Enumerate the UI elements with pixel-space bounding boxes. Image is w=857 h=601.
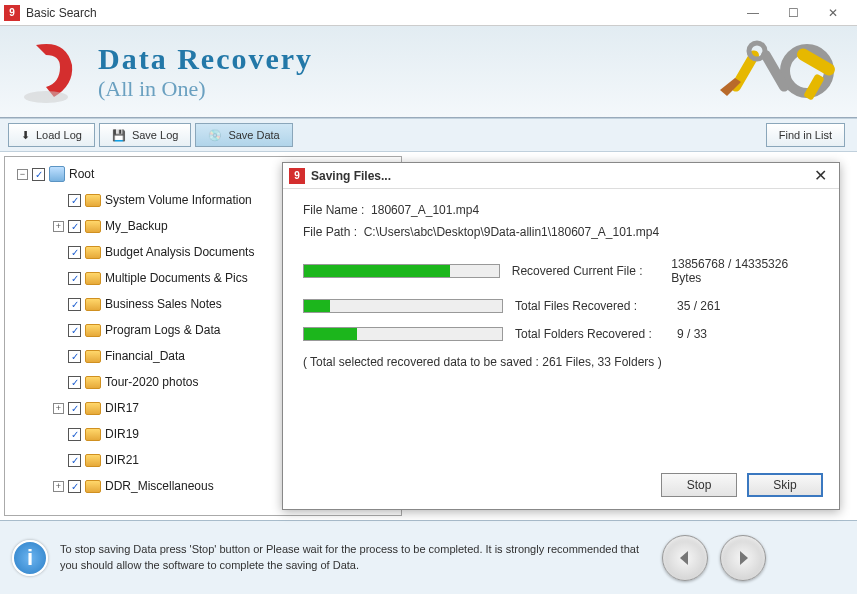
folder-icon [85,220,101,233]
summary-text: ( Total selected recovered data to be sa… [303,355,819,369]
back-button[interactable] [662,535,708,581]
tree-item-label: Program Logs & Data [105,323,220,337]
app-icon: 9 [289,168,305,184]
info-icon: i [12,540,48,576]
window-title: Basic Search [26,6,733,20]
progress-label: Recovered Current File : [512,264,660,278]
progress-total-files: Total Files Recovered : 35 / 261 [303,299,819,313]
forward-button[interactable] [720,535,766,581]
svg-point-4 [749,43,765,59]
download-icon: ⬇ [21,129,30,142]
checkbox[interactable]: ✓ [68,480,81,493]
expander-icon [53,299,64,310]
folder-icon [85,324,101,337]
tree-item-label: My_Backup [105,219,168,233]
filepath-label: File Path : [303,225,357,239]
progress-bar [303,299,503,313]
checkbox[interactable]: ✓ [68,298,81,311]
tree-item-label: System Volume Information [105,193,252,207]
logo-icon [16,37,86,107]
folder-icon [85,272,101,285]
tree-item-label: DIR17 [105,401,139,415]
find-in-list-label: Find in List [779,129,832,141]
tree-item-label: DIR19 [105,427,139,441]
checkbox[interactable]: ✓ [68,402,81,415]
filename-value: 180607_A_101.mp4 [371,203,479,217]
checkbox[interactable]: ✓ [68,350,81,363]
save-data-button[interactable]: 💿Save Data [195,123,292,147]
drive-icon [49,166,65,182]
folder-icon [85,194,101,207]
stop-button[interactable]: Stop [661,473,737,497]
find-in-list-button[interactable]: Find in List [766,123,845,147]
checkbox[interactable]: ✓ [68,220,81,233]
progress-current-file: Recovered Current File : 13856768 / 1433… [303,257,819,285]
footer: i To stop saving Data press 'Stop' butto… [0,520,857,594]
checkbox[interactable]: ✓ [68,428,81,441]
folder-icon [85,454,101,467]
checkbox[interactable]: ✓ [68,272,81,285]
checkbox[interactable]: ✓ [68,454,81,467]
tree-item-label: Business Sales Notes [105,297,222,311]
footer-text: To stop saving Data press 'Stop' button … [60,542,650,573]
expander-icon [53,351,64,362]
header-banner: Data Recovery (All in One) [0,26,857,118]
save-log-label: Save Log [132,129,178,141]
expander-icon [53,247,64,258]
dialog-close-button[interactable]: ✕ [808,166,833,185]
expander-icon [53,455,64,466]
checkbox[interactable]: ✓ [68,194,81,207]
close-button[interactable]: ✕ [813,1,853,25]
progress-label: Total Folders Recovered : [515,327,665,341]
minimize-button[interactable]: — [733,1,773,25]
progress-value: 13856768 / 14335326 Bytes [671,257,819,285]
expander-icon[interactable]: + [53,403,64,414]
progress-total-folders: Total Folders Recovered : 9 / 33 [303,327,819,341]
banner-title: Data Recovery [98,42,313,76]
progress-value: 9 / 33 [677,327,707,341]
checkbox[interactable]: ✓ [68,324,81,337]
expander-icon[interactable]: + [53,481,64,492]
app-icon: 9 [4,5,20,21]
checkbox[interactable]: ✓ [68,376,81,389]
dialog-title: Saving Files... [311,169,808,183]
folder-icon [85,402,101,415]
window-controls: — ☐ ✕ [733,1,853,25]
maximize-button[interactable]: ☐ [773,1,813,25]
folder-icon [85,350,101,363]
progress-bar [303,264,500,278]
skip-button[interactable]: Skip [747,473,823,497]
progress-label: Total Files Recovered : [515,299,665,313]
dialog-body: File Name : 180607_A_101.mp4 File Path :… [283,189,839,383]
folder-icon [85,298,101,311]
tree-item-label: DDR_Miscellaneous [105,479,214,493]
tree-root-label: Root [69,167,94,181]
filename-label: File Name : [303,203,364,217]
tree-item-label: Budget Analysis Documents [105,245,254,259]
save-data-label: Save Data [228,129,279,141]
load-log-label: Load Log [36,129,82,141]
expander-icon [53,325,64,336]
filename-row: File Name : 180607_A_101.mp4 [303,203,819,217]
expander-icon[interactable]: + [53,221,64,232]
progress-bar [303,327,503,341]
svg-point-0 [24,91,68,103]
tree-item-label: Financial_Data [105,349,185,363]
dialog-titlebar: 9 Saving Files... ✕ [283,163,839,189]
save-log-button[interactable]: 💾Save Log [99,123,191,147]
tree-item-label: DIR21 [105,453,139,467]
titlebar: 9 Basic Search — ☐ ✕ [0,0,857,26]
main-area: − ✓ Root ✓System Volume Information+✓My_… [0,152,857,520]
expander-icon [53,429,64,440]
tools-icon [685,36,845,106]
folder-icon [85,428,101,441]
toolbar: ⬇Load Log 💾Save Log 💿Save Data Find in L… [0,118,857,152]
filepath-value: C:\Users\abc\Desktop\9Data-allin1\180607… [364,225,660,239]
load-log-button[interactable]: ⬇Load Log [8,123,95,147]
checkbox[interactable]: ✓ [32,168,45,181]
checkbox[interactable]: ✓ [68,246,81,259]
expander-icon[interactable]: − [17,169,28,180]
expander-icon [53,195,64,206]
folder-icon [85,480,101,493]
save-icon: 💾 [112,129,126,142]
